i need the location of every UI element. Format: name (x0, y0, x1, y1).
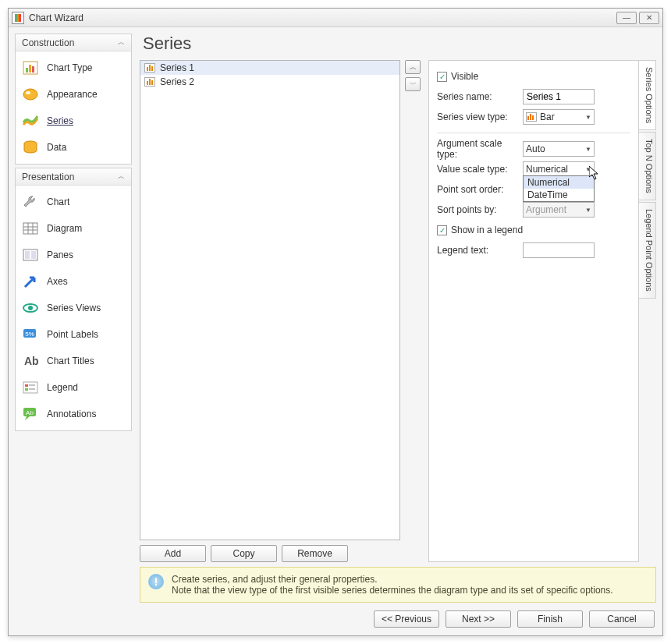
svg-rect-13 (25, 251, 30, 259)
sidebar-item-label: Series Views (47, 303, 101, 313)
copy-button[interactable]: Copy (211, 545, 277, 562)
minimize-button[interactable]: — (616, 12, 637, 24)
sidebar-item-diagram[interactable]: Diagram (17, 215, 130, 242)
annotation-icon: Ab (22, 405, 39, 423)
list-item-label: Series 1 (160, 62, 194, 73)
svg-text:Ab: Ab (24, 355, 39, 367)
bar-chart-icon (144, 63, 155, 73)
sidebar-item-series[interactable]: Series (17, 108, 130, 134)
cancel-button[interactable]: Cancel (589, 610, 655, 628)
sort-points-by-combo: Argument ▼ (523, 202, 595, 218)
tab-legend-point-options[interactable]: Legend Point Options (639, 202, 656, 299)
field-label: Value scale type: (437, 164, 523, 175)
dropdown-option[interactable]: Numerical (524, 176, 594, 189)
bar-chart-icon (526, 112, 537, 122)
svg-point-4 (23, 89, 37, 100)
page-title: Series (143, 34, 656, 54)
sidebar-item-data[interactable]: Data (17, 134, 130, 161)
sidebar-item-label: Point Labels (47, 329, 98, 340)
arrow-icon (22, 273, 39, 290)
series-listbox[interactable]: Series 1 Series 2 (140, 60, 400, 540)
field-label: Legend text: (437, 245, 523, 256)
svg-rect-22 (25, 388, 28, 391)
chart-type-icon (22, 59, 39, 76)
svg-rect-20 (23, 382, 37, 393)
chevron-up-icon: ︿ (118, 172, 125, 182)
chevron-down-icon: ▼ (585, 114, 591, 121)
sidebar-item-axes[interactable]: Axes (17, 268, 130, 295)
series-icon (22, 112, 39, 129)
list-item-label: Series 2 (160, 76, 194, 87)
dropdown-option[interactable]: DateTime (524, 189, 594, 201)
series-view-type-combo[interactable]: Bar ▼ (523, 109, 595, 125)
sidebar-group-construction: Construction︿ Chart Type Appearance Seri… (15, 34, 132, 165)
hint-text: Create series, and adjust their general … (172, 574, 613, 585)
move-up-button[interactable]: ︿ (405, 60, 421, 74)
argument-scale-type-combo[interactable]: Auto ▼ (523, 141, 595, 157)
sidebar-item-label: Chart Titles (47, 356, 94, 366)
bar-chart-icon (144, 77, 155, 87)
chevron-down-icon: ▼ (585, 207, 591, 214)
wrench-icon (22, 193, 39, 211)
list-item[interactable]: Series 1 (140, 61, 399, 75)
sidebar-item-point-labels[interactable]: 5%Point Labels (17, 321, 130, 348)
data-icon (22, 139, 39, 156)
sidebar-item-annotations[interactable]: AbAnnotations (17, 401, 130, 427)
sidebar-item-panes[interactable]: Panes (17, 242, 130, 268)
move-down-button[interactable]: ﹀ (405, 77, 421, 91)
sidebar-item-legend[interactable]: Legend (17, 374, 130, 401)
svg-rect-7 (23, 223, 37, 234)
grid-icon (22, 220, 39, 237)
sidebar-item-label: Series (47, 115, 73, 126)
group-header[interactable]: Presentation︿ (16, 168, 131, 186)
hint-text: Note that the view type of the first vis… (172, 585, 613, 596)
sidebar-item-label: Chart (47, 196, 69, 207)
remove-button[interactable]: Remove (282, 545, 348, 562)
sidebar-group-presentation: Presentation︿ Chart Diagram Panes Axes S… (15, 168, 132, 431)
add-button[interactable]: Add (140, 545, 206, 562)
svg-point-16 (28, 306, 33, 310)
field-label: Point sort order: (437, 184, 523, 195)
chevron-down-icon: ▼ (585, 166, 591, 173)
window-title: Chart Wizard (29, 12, 614, 23)
legend-text-input[interactable] (523, 242, 595, 258)
sidebar-item-label: Appearance (47, 89, 98, 100)
svg-text:Ab: Ab (26, 409, 34, 416)
visible-checkbox[interactable]: ✓ Visible (437, 67, 630, 86)
hint-panel: ! Create series, and adjust their genera… (140, 567, 656, 603)
sidebar-item-chart-titles[interactable]: AbChart Titles (17, 348, 130, 374)
panes-icon (22, 246, 39, 264)
series-name-input[interactable] (523, 89, 595, 104)
sidebar-item-label: Diagram (47, 223, 82, 234)
field-label: Argument scale type: (437, 138, 523, 160)
group-header[interactable]: Construction︿ (16, 34, 131, 51)
svg-text:5%: 5% (25, 331, 34, 338)
tab-series-options[interactable]: Series Options (639, 60, 656, 130)
value-scale-type-dropdown[interactable]: Numerical DateTime (523, 175, 595, 202)
field-label: Sort points by: (437, 204, 523, 215)
sidebar-item-label: Panes (47, 249, 73, 260)
app-icon (12, 12, 24, 24)
svg-rect-21 (25, 384, 28, 387)
sidebar-item-appearance[interactable]: Appearance (17, 81, 130, 108)
checkbox-icon: ✓ (437, 72, 447, 82)
next-button[interactable]: Next >> (446, 610, 511, 628)
sidebar-item-chart[interactable]: Chart (17, 189, 130, 215)
list-item[interactable]: Series 2 (140, 75, 399, 89)
sidebar-item-label: Annotations (47, 409, 96, 419)
previous-button[interactable]: << Previous (374, 610, 439, 628)
close-button[interactable]: ✕ (639, 12, 659, 24)
svg-rect-2 (29, 65, 31, 73)
legend-icon (22, 379, 39, 396)
finish-button[interactable]: Finish (517, 610, 583, 628)
show-in-legend-checkbox[interactable]: ✓ Show in a legend (437, 221, 630, 239)
sidebar-item-chart-type[interactable]: Chart Type (17, 55, 130, 81)
sidebar-item-series-views[interactable]: Series Views (17, 295, 130, 321)
tab-top-n-options[interactable]: Top N Options (639, 132, 656, 200)
field-label: Series view type: (437, 111, 523, 122)
field-label: Show in a legend (451, 225, 523, 235)
value-scale-type-combo[interactable]: Numerical ▼ (523, 161, 595, 177)
chevron-up-icon: ︿ (118, 37, 125, 48)
titles-icon: Ab (22, 352, 39, 370)
svg-rect-1 (26, 68, 28, 73)
